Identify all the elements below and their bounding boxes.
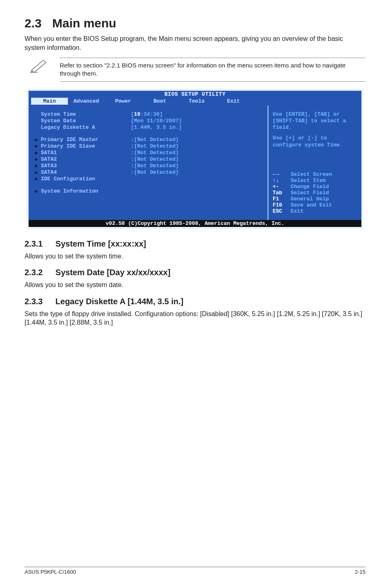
bios-tab-exit[interactable]: Exit xyxy=(215,98,252,105)
subsection-heading: 2.3.3 Legacy Diskette A [1.44M, 3.5 in.] xyxy=(25,297,365,306)
bios-field-value: [1.44M, 3.5 in.] xyxy=(131,124,182,130)
subsection-heading: 2.3.1 System Time [xx:xx:xx] xyxy=(25,239,365,249)
note-text: Refer to section "2.2.1 BIOS menu screen… xyxy=(60,58,365,82)
subsection-number: 2.3.2 xyxy=(25,268,53,277)
bios-row-primary-ide-master[interactable]: ▶ Primary IDE Master :[Not Detected] xyxy=(35,137,263,143)
bios-help-text-2: Use [+] or [-] to configure system Time. xyxy=(273,135,357,148)
subsection-body: Sets the type of floppy drive installed.… xyxy=(25,310,365,327)
key-desc: Change Field xyxy=(291,184,329,190)
key-desc: Select Screen xyxy=(291,171,332,177)
submenu-arrow-icon: ▶ xyxy=(35,170,41,175)
submenu-arrow-icon: ▶ xyxy=(35,176,41,182)
bios-row-primary-ide-slave[interactable]: ▶ Primary IDE Slave :[Not Detected] xyxy=(35,143,263,149)
key-desc: Select Item xyxy=(291,177,326,184)
intro-paragraph: When you enter the BIOS Setup program, t… xyxy=(25,34,365,52)
bios-field-label: SATA3 xyxy=(41,163,131,169)
key-glyph: Tab xyxy=(273,190,287,196)
subsection-number: 2.3.1 xyxy=(25,239,53,249)
footer-product: ASUS P5KPL-C/1600 xyxy=(25,569,76,575)
subsection-number: 2.3.3 xyxy=(25,297,53,306)
bios-field-value: [Mon 11/19/2007] xyxy=(131,118,182,124)
bios-tab-power[interactable]: Power xyxy=(105,98,141,105)
page-title: 2.3Main menu xyxy=(25,16,365,30)
bios-tab-boot[interactable]: Boot xyxy=(141,98,178,105)
bios-row-legacy-diskette[interactable]: Legacy Diskette A [1.44M, 3.5 in.] xyxy=(35,124,263,130)
submenu-arrow-icon: ▶ xyxy=(35,157,41,162)
key-desc: Exit xyxy=(291,208,303,214)
submenu-arrow-icon: ▶ xyxy=(35,163,41,168)
bios-title: BIOS SETUP UTILITY xyxy=(29,91,361,98)
subsection-heading: 2.3.2 System Date [Day xx/xx/xxxx] xyxy=(25,268,365,277)
bios-field-label: Legacy Diskette A xyxy=(41,124,131,130)
bios-field-value: :[Not Detected] xyxy=(131,150,179,156)
bios-field-label: SATA4 xyxy=(41,169,131,175)
bios-field-value: :[Not Detected] xyxy=(131,143,179,149)
page-footer: ASUS P5KPL-C/1600 2-15 xyxy=(25,567,365,575)
bios-row-sata4[interactable]: ▶ SATA4 :[Not Detected] xyxy=(35,169,263,175)
bios-field-value: :[Not Detected] xyxy=(131,163,179,169)
bios-field-label: System Date xyxy=(41,118,131,124)
key-glyph: +- xyxy=(273,184,287,190)
section-number: 2.3 xyxy=(25,16,42,30)
bios-field-value: :[Not Detected] xyxy=(131,137,179,143)
bios-field-label: SATA1 xyxy=(41,150,131,156)
key-desc: General Help xyxy=(291,196,329,202)
bios-field-label: SATA2 xyxy=(41,156,131,162)
bios-field-label: System Information xyxy=(41,188,131,194)
bios-help-pane: Use [ENTER], [TAB] or [SHIFT-TAB] to sel… xyxy=(267,105,361,220)
bios-screen: BIOS SETUP UTILITY Main Advanced Power B… xyxy=(27,89,363,229)
bios-field-value: :[Not Detected] xyxy=(131,156,179,162)
bios-field-value: :[Not Detected] xyxy=(131,169,179,175)
bios-row-sata2[interactable]: ▶ SATA2 :[Not Detected] xyxy=(35,156,263,162)
subsection-title: Legacy Diskette A [1.44M, 3.5 in.] xyxy=(56,297,184,306)
bios-field-label: Primary IDE Slave xyxy=(41,143,131,149)
bios-help-text-1: Use [ENTER], [TAB] or [SHIFT-TAB] to sel… xyxy=(273,111,357,131)
footer-page-number: 2-15 xyxy=(355,569,365,575)
bios-row-ide-config[interactable]: ▶ IDE Configuration xyxy=(35,176,263,182)
pencil-note-icon xyxy=(29,58,49,75)
subsection-title: System Date [Day xx/xx/xxxx] xyxy=(56,268,170,277)
bios-field-label: IDE Configuration xyxy=(41,176,131,182)
bios-value-rest: :34:30] xyxy=(140,111,163,117)
submenu-arrow-icon: ▶ xyxy=(35,137,41,142)
key-glyph: F10 xyxy=(273,202,287,208)
bios-field-label: Primary IDE Master xyxy=(41,137,131,143)
bios-left-pane: System Time [19:34:30] System Date [Mon … xyxy=(29,105,267,220)
submenu-arrow-icon: ▶ xyxy=(35,150,41,155)
bios-field-label: System Time xyxy=(41,111,131,117)
bios-row-system-info[interactable]: ▶ System Information xyxy=(35,188,263,194)
bios-row-sata3[interactable]: ▶ SATA3 :[Not Detected] xyxy=(35,163,263,169)
submenu-arrow-icon: ▶ xyxy=(35,144,41,149)
key-glyph: ←→ xyxy=(273,171,287,177)
key-desc: Save and Exit xyxy=(291,202,332,208)
key-desc: Select Field xyxy=(291,190,329,196)
subsection-body: Allows you to set the system time. xyxy=(25,252,365,261)
section-title-text: Main menu xyxy=(52,16,117,30)
subsection-title: System Time [xx:xx:xx] xyxy=(56,239,146,248)
bios-row-sata1[interactable]: ▶ SATA1 :[Not Detected] xyxy=(35,150,263,156)
bios-value-bracket: [ xyxy=(131,111,134,117)
key-glyph: F1 xyxy=(273,196,287,202)
bios-row-system-time[interactable]: System Time [19:34:30] xyxy=(35,111,263,117)
bios-tab-bar: Main Advanced Power Boot Tools Exit xyxy=(29,98,361,105)
bios-copyright: v02.58 (C)Copyright 1985-2008, American … xyxy=(29,220,361,227)
bios-row-system-date[interactable]: System Date [Mon 11/19/2007] xyxy=(35,118,263,124)
submenu-arrow-icon: ▶ xyxy=(35,189,41,194)
key-glyph: ↑↓ xyxy=(273,177,287,184)
bios-tab-advanced[interactable]: Advanced xyxy=(68,98,105,105)
bios-key-legend: ←→Select Screen ↑↓Select Item +-Change F… xyxy=(273,171,357,214)
bios-value-hour: 19 xyxy=(134,111,141,117)
subsection-body: Allows you to set the system date. xyxy=(25,281,365,290)
bios-tab-tools[interactable]: Tools xyxy=(178,98,215,105)
key-glyph: ESC xyxy=(273,208,287,214)
note-block: Refer to section "2.2.1 BIOS menu screen… xyxy=(29,58,365,82)
bios-tab-main[interactable]: Main xyxy=(31,98,68,105)
